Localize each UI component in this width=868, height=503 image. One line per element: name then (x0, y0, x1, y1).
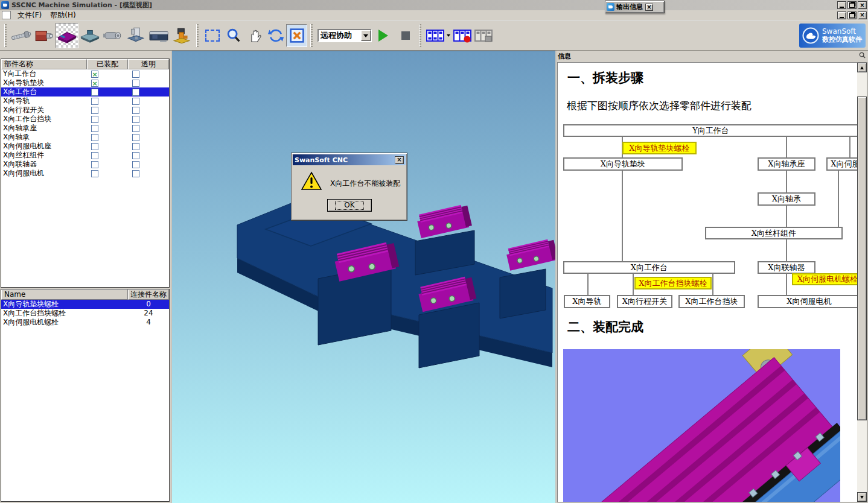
transparent-checkbox[interactable] (132, 161, 139, 168)
table-row[interactable]: X向工作台挡块螺栓24 (1, 309, 169, 318)
transparent-checkbox[interactable] (132, 98, 139, 105)
assembled-checkbox[interactable] (91, 152, 98, 159)
table-row[interactable]: X向伺服电机 (1, 169, 169, 178)
diagram-node-x-limit-switch[interactable]: X向行程开关 (617, 295, 672, 308)
table-row[interactable]: X向导轨垫块螺栓0 (1, 300, 169, 309)
child-restore-button[interactable] (847, 11, 857, 19)
diagram-node-x-rail[interactable]: X向导轨 (564, 295, 610, 308)
scroll-down-button[interactable] (857, 492, 867, 502)
diagram-node-x-rail-pad[interactable]: X向导轨垫块 (563, 157, 683, 171)
transparent-checkbox[interactable] (132, 143, 139, 150)
assembled-checkbox[interactable] (91, 134, 98, 141)
child-minimize-button[interactable] (837, 11, 846, 19)
model-viewport[interactable] (172, 51, 555, 503)
transparent-checkbox[interactable] (132, 80, 139, 87)
diagram-node-x-worktable[interactable]: X向工作台 (563, 261, 735, 274)
film-record-button[interactable] (452, 24, 473, 47)
restore-button[interactable] (847, 1, 857, 9)
table-row[interactable]: X向联轴器 (1, 160, 169, 169)
diagram-node-x-servo-motor-seat[interactable]: X向伺服电机座 (826, 157, 861, 171)
table-row[interactable]: X向行程开关 (1, 106, 169, 115)
pan-button[interactable] (244, 24, 265, 47)
x-worktable-button[interactable] (56, 23, 78, 48)
rotate-button[interactable] (265, 24, 286, 47)
rail-table-button[interactable] (78, 23, 101, 48)
assembled-checkbox[interactable]: × (91, 71, 98, 78)
toolbar-grip[interactable] (4, 24, 7, 47)
transparent-checkbox[interactable] (132, 116, 139, 123)
assembled-checkbox[interactable] (91, 143, 98, 150)
transparent-checkbox[interactable] (132, 125, 139, 132)
zoom-button[interactable] (223, 24, 244, 47)
assembled-checkbox[interactable] (91, 107, 98, 114)
transparent-checkbox[interactable] (132, 89, 139, 96)
column-header-connector-name[interactable]: 连接件名称 (128, 289, 169, 300)
column-header-transparent[interactable]: 透明 (128, 59, 169, 69)
diagram-node-x-stop-block-bolt[interactable]: X向工作台挡块螺栓 (634, 277, 712, 289)
film-dropdown-button[interactable] (445, 33, 452, 39)
assembled-checkbox[interactable] (91, 89, 98, 96)
table-row[interactable]: X向导轨 (1, 96, 169, 106)
table-row[interactable]: X向丝杠组件 (1, 151, 169, 160)
diagram-node-x-servo-motor-bolt[interactable]: X向伺服电机螺栓 (792, 273, 861, 285)
select-rectangle-button[interactable] (202, 24, 223, 47)
combobox-dropdown-button[interactable] (361, 30, 371, 41)
stop-button[interactable] (395, 24, 416, 47)
output-info-window[interactable]: 输出信息 × (605, 1, 665, 13)
diagram-node-x-rail-pad-bolt[interactable]: X向导轨垫块螺栓 (622, 142, 697, 154)
column-header-part-name[interactable]: 部件名称 (1, 59, 87, 69)
diagram-node-x-coupling[interactable]: X向联轴器 (758, 261, 815, 274)
remote-assist-combobox[interactable]: 远程协助 (318, 29, 372, 42)
film-stop-button[interactable] (473, 24, 494, 47)
table-row[interactable]: X向伺服电机螺栓4 (1, 318, 169, 327)
document-icon[interactable] (2, 11, 11, 19)
assembled-checkbox[interactable]: × (91, 80, 98, 87)
scrollbar-thumb[interactable] (857, 96, 867, 420)
table-row[interactable]: X向轴承 (1, 133, 169, 142)
assembled-checkbox[interactable] (91, 170, 98, 177)
diagram-node-x-servo-motor[interactable]: X向伺服电机 (758, 295, 861, 308)
table-row[interactable]: X向工作台挡块 (1, 115, 169, 124)
dialog-close-button[interactable]: × (395, 156, 404, 164)
ballscrew-button[interactable] (10, 23, 33, 48)
output-window-close-button[interactable]: × (645, 4, 653, 11)
milling-machine-button[interactable] (124, 23, 147, 48)
transparent-checkbox[interactable] (132, 71, 139, 78)
menu-help[interactable]: 帮助(H) (46, 10, 80, 20)
transparent-checkbox[interactable] (132, 134, 139, 141)
ok-button[interactable]: OK (327, 199, 372, 212)
transparent-checkbox[interactable] (132, 170, 139, 177)
assembled-checkbox[interactable] (91, 116, 98, 123)
toolbar-grip[interactable] (196, 24, 199, 47)
toolbar-grip[interactable] (419, 24, 421, 47)
play-button[interactable] (374, 24, 395, 47)
spindle-button[interactable] (101, 23, 124, 48)
diagram-node-x-bearing-seat[interactable]: X向轴承座 (758, 157, 815, 171)
transparent-checkbox[interactable] (132, 152, 139, 159)
close-button[interactable]: × (858, 1, 867, 9)
diagram-node-x-stop-block[interactable]: X向工作台挡块 (678, 295, 745, 308)
scroll-up-button[interactable] (857, 63, 867, 72)
info-scrollbar[interactable] (857, 63, 867, 502)
assembled-checkbox[interactable] (91, 125, 98, 132)
gearbox-button[interactable] (33, 23, 56, 48)
diagram-node-y-worktable[interactable]: Y向工作台 (563, 124, 858, 137)
assembled-checkbox[interactable] (91, 161, 98, 168)
fit-view-button[interactable] (286, 24, 307, 47)
transparent-checkbox[interactable] (132, 107, 139, 114)
column-header-name[interactable]: Name (1, 289, 128, 300)
toolbar-grip[interactable] (310, 24, 313, 47)
minimize-button[interactable] (837, 1, 846, 9)
pin-icon[interactable] (859, 52, 866, 60)
table-row[interactable]: X向伺服电机座 (1, 142, 169, 151)
press-machine-button[interactable] (170, 23, 193, 48)
cnc-lathe-button[interactable] (147, 23, 170, 48)
column-header-assembled[interactable]: 已装配 (87, 59, 128, 69)
table-row[interactable]: Y向工作台× (1, 69, 169, 78)
diagram-node-x-leadscrew[interactable]: X向丝杆组件 (705, 227, 843, 239)
film-button[interactable] (424, 24, 445, 47)
table-row[interactable]: X向轴承座 (1, 124, 169, 133)
table-row[interactable]: X向工作台 (1, 87, 169, 96)
table-row[interactable]: X向导轨垫块× (1, 78, 169, 87)
dialog-title-bar[interactable]: SwanSoft CNC × (293, 154, 406, 165)
